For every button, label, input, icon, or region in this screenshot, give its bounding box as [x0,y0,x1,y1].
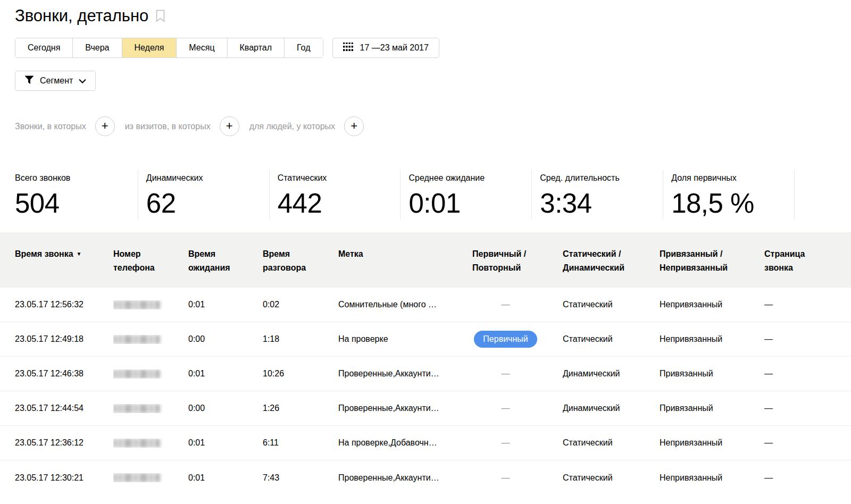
stat-label: Сред. длительность [540,173,663,183]
segment-button[interactable]: Сегмент [15,71,96,91]
primary-badge: Первичный [474,331,537,348]
add-people-filter-button[interactable]: + [344,116,364,136]
tab-today[interactable]: Сегодня [15,38,72,57]
table-row[interactable]: 23.05.17 12:30:210:017:43Проверенные,Акк… [0,460,851,495]
cell-call-time: 23.05.17 12:46:38 [15,369,113,379]
funnel-icon [24,75,34,87]
cell-phone [113,369,188,379]
stat-value: 0:01 [408,188,531,219]
cell-wait-time: 0:01 [188,300,263,309]
cell-wait-time: 0:00 [188,334,263,344]
cell-talk-time: 7:43 [263,473,338,483]
cell-wait-time: 0:00 [188,404,263,413]
cell-talk-time: 1:18 [263,334,338,344]
period-controls: Сегодня Вчера Неделя Месяц Квартал Год 1… [15,38,851,58]
add-call-filter-button[interactable]: + [95,116,115,136]
cell-call-page: — [764,300,851,309]
cell-label: На проверке [338,334,472,344]
phone-number-blurred [113,369,160,379]
cell-phone [113,300,188,309]
table-row[interactable]: 23.05.17 12:49:180:001:18На проверкеПерв… [0,322,851,357]
cell-wait-time: 0:01 [188,438,263,448]
column-header-bound: Привязанный / Непривязанный [660,232,764,288]
calls-detail-page: Звонки, детально Сегодня Вчера Неделя Ме… [0,0,851,504]
add-visit-filter-button[interactable]: + [220,116,239,136]
stat-label: Среднее ожидание [408,173,531,183]
table-row[interactable]: 23.05.17 12:46:380:0110:26Проверенные,Ак… [0,357,851,391]
tab-week[interactable]: Неделя [122,38,177,57]
sort-desc-icon: ▼ [77,251,82,257]
stat-avg-wait: Среднее ожидание 0:01 [401,170,532,219]
dash-icon: — [502,300,510,309]
tab-yesterday[interactable]: Вчера [72,38,121,57]
tab-month[interactable]: Месяц [176,38,227,57]
column-header-label: Метка [338,232,472,288]
column-header-call-page: Страница звонка [764,232,851,288]
filter-calls-label: Звонки, в которых [15,122,86,131]
cell-static-dynamic: Статический [563,438,660,448]
plus-icon: + [226,120,233,132]
table-row[interactable]: 23.05.17 12:44:540:001:26Проверенные,Акк… [0,391,851,426]
cell-phone [113,404,188,413]
cell-call-time: 23.05.17 12:56:32 [15,300,113,309]
cell-primary-repeat: — [472,369,544,379]
cell-static-dynamic: Статический [563,473,660,483]
table-row[interactable]: 23.05.17 12:56:320:010:02Сомнительные (м… [0,288,851,322]
cell-static-dynamic: Статический [563,334,660,344]
cell-label: Сомнительные (много … [338,300,472,309]
stat-static: Статических 442 [270,170,401,219]
date-range-button[interactable]: 17 —23 май 2017 [332,38,439,58]
stat-label: Статических [278,173,401,183]
table-row[interactable]: 23.05.17 12:36:120:016:11На проверке,Доб… [0,426,851,460]
cell-primary-repeat: — [472,473,544,483]
cell-call-page: — [764,369,851,379]
column-header-wait-time: Время ожидания [188,232,263,288]
phone-number-blurred [113,439,160,448]
cell-call-time: 23.05.17 12:30:21 [15,473,113,483]
cell-call-page: — [764,438,851,448]
bookmark-icon[interactable] [156,10,165,24]
phone-number-blurred [113,300,160,309]
column-header-call-time[interactable]: Время звонка▼ [15,232,113,288]
column-header-static-dynamic: Статический / Динамический [563,232,660,288]
title-row: Звонки, детально [0,0,851,26]
stat-total-calls: Всего звонков 504 [15,170,138,219]
stat-value: 62 [146,188,269,219]
cell-talk-time: 0:02 [263,300,338,309]
cell-talk-time: 1:26 [263,404,338,413]
filter-visits-label: из визитов, в которых [125,122,211,131]
cell-bound: Непривязанный [660,334,764,344]
cell-bound: Непривязанный [660,300,764,309]
chevron-down-icon [79,76,86,86]
calendar-icon [343,43,353,54]
column-header-primary-repeat: Первичный / Повторный [472,232,563,288]
cell-label: Проверенные,Аккаунти… [338,369,472,379]
dash-icon: — [502,438,510,447]
stat-primary-share: Доля первичных 18,5 % [663,170,795,219]
stat-label: Доля первичных [671,173,794,183]
calls-table: Время звонка▼ Номер телефона Время ожида… [0,232,851,495]
cell-call-time: 23.05.17 12:44:54 [15,404,113,413]
cell-talk-time: 10:26 [263,369,338,379]
period-tab-group: Сегодня Вчера Неделя Месяц Квартал Год [15,38,323,58]
table-header: Время звонка▼ Номер телефона Время ожида… [0,232,851,288]
cell-label: На проверке,Добавочн… [338,438,472,448]
dash-icon: — [502,473,510,482]
stat-label: Всего звонков [15,173,138,183]
segment-button-label: Сегмент [40,76,73,86]
cell-phone [113,439,188,448]
cell-label: Проверенные,Аккаунти… [338,404,472,413]
dash-icon: — [502,404,510,413]
stat-value: 504 [15,188,138,219]
tab-quarter[interactable]: Квартал [227,38,284,57]
tab-year[interactable]: Год [284,38,322,57]
cell-phone [113,335,188,344]
cell-wait-time: 0:01 [188,473,263,483]
summary-stats-row: Всего звонков 504 Динамических 62 Статич… [15,170,795,219]
page-title: Звонки, детально [15,6,148,26]
cell-static-dynamic: Динамический [563,369,660,379]
plus-icon: + [102,120,109,132]
column-header-talk-time: Время разговора [263,232,338,288]
table-body: 23.05.17 12:56:320:010:02Сомнительные (м… [0,288,851,495]
stat-dynamic: Динамических 62 [138,170,270,219]
